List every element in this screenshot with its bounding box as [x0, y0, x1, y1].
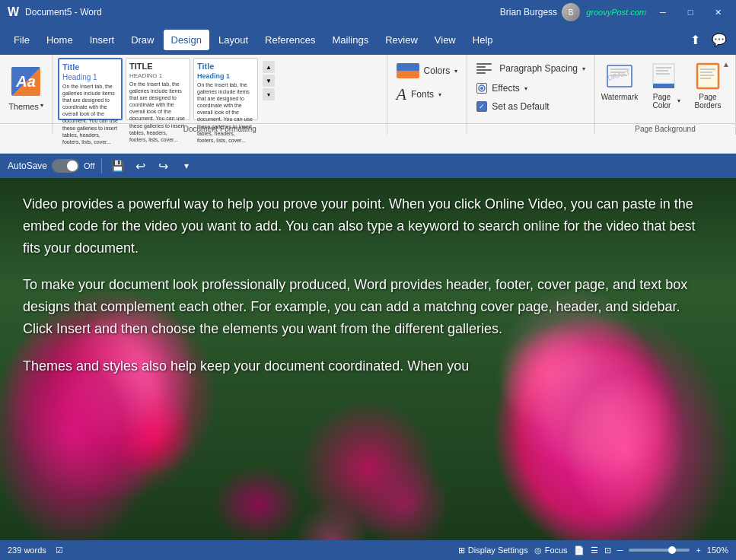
toggle-state-label: Off — [84, 161, 94, 170]
paragraph-spacing-button[interactable]: Paragraph Spacing ▾ — [472, 59, 590, 78]
maximize-button[interactable]: □ — [680, 2, 701, 23]
scroll-arrows: ▲ ▼ ▾ — [261, 58, 276, 103]
close-button[interactable]: ✕ — [707, 2, 728, 23]
comments-icon[interactable]: 💬 — [709, 29, 730, 50]
thumb1-heading: Heading 1 — [62, 73, 118, 81]
scroll-down-button[interactable]: ▼ — [263, 75, 275, 87]
autosave-area: AutoSave Off — [8, 159, 95, 173]
share-icon[interactable]: ⬆ — [684, 29, 706, 50]
watermark: groovyPost.com — [586, 8, 646, 17]
focus-icon: ◎ — [534, 546, 542, 555]
zoom-slider[interactable] — [629, 549, 690, 552]
doc-format-thumb-1[interactable]: Title Heading 1 On the Insert tab, the g… — [58, 58, 123, 120]
menu-insert[interactable]: Insert — [82, 30, 123, 50]
title-bar: W Document5 - Word Brian Burgess B groov… — [0, 0, 736, 24]
document-paragraph-1: Video provides a powerful way to help yo… — [23, 193, 713, 259]
svg-rect-13 — [700, 68, 715, 70]
menu-home[interactable]: Home — [39, 30, 81, 50]
avatar: B — [562, 3, 580, 21]
print-layout-symbol: 📄 — [574, 546, 585, 555]
zoom-level[interactable]: 150% — [707, 546, 728, 555]
display-settings-button[interactable]: ⊞ Display Settings — [458, 546, 528, 555]
autosave-label: AutoSave — [8, 161, 47, 171]
thumb2-body: On the Insert tab, the galleries include… — [129, 81, 186, 143]
fonts-letter-icon: A — [397, 84, 406, 104]
word-count-label: 239 words — [8, 546, 46, 555]
focus-button[interactable]: ◎ Focus — [534, 546, 568, 555]
themes-icon: Aa — [11, 67, 40, 96]
menu-layout[interactable]: Layout — [211, 30, 256, 50]
menu-right-actions: ⬆ 💬 — [684, 29, 730, 50]
fonts-button[interactable]: A Fonts ▾ — [392, 82, 463, 107]
para-effects-section-label — [467, 123, 594, 133]
colors-fonts-section: Colors ▾ A Fonts ▾ — [387, 55, 468, 135]
themes-dropdown-icon: ▾ — [40, 102, 43, 109]
scroll-up-button[interactable]: ▲ — [263, 61, 275, 73]
menu-help[interactable]: Help — [465, 30, 501, 50]
customize-qa-button[interactable]: ▾ — [177, 156, 196, 176]
read-mode-symbol: ☰ — [591, 546, 598, 555]
menu-file[interactable]: File — [6, 30, 37, 50]
effects-label: Effects — [492, 83, 519, 94]
themes-button[interactable]: Aa Themes ▾ — [5, 58, 47, 120]
svg-rect-4 — [610, 68, 629, 70]
colors-button[interactable]: Colors ▾ — [392, 61, 463, 81]
document-text-area[interactable]: Video provides a powerful way to help yo… — [0, 178, 736, 408]
page-borders-icon — [693, 61, 723, 91]
menu-review[interactable]: Review — [378, 30, 425, 50]
document-paragraph-3: Themes and styles also help keep your do… — [23, 355, 713, 377]
menu-references[interactable]: References — [257, 30, 323, 50]
title-bar-left: W Document5 - Word — [8, 5, 102, 19]
doc-format-thumb-3[interactable]: Title Heading 1 On the Insert tab, the g… — [193, 58, 258, 120]
colors-swatch-icon — [397, 63, 419, 78]
svg-rect-8 — [653, 84, 674, 88]
menu-design[interactable]: Design — [164, 30, 209, 50]
thumb3-body: On the Insert tab, the galleries include… — [197, 81, 254, 144]
zoom-out-button[interactable]: ─ — [617, 546, 623, 555]
proofing-icon[interactable]: ☑ — [56, 546, 63, 555]
themes-section-label — [0, 123, 53, 133]
para-effects-section: Paragraph Spacing ▾ Effects ▾ ✓ Set as D… — [467, 55, 595, 135]
colors-fonts-section-label — [387, 123, 467, 133]
document-paragraph-2: To make your document look professionall… — [23, 274, 713, 339]
para-spacing-dropdown-icon: ▾ — [582, 65, 585, 72]
zoom-percent-label: 150% — [707, 546, 728, 555]
minimize-button[interactable]: ─ — [652, 2, 674, 23]
display-settings-icon: ⊞ — [458, 546, 465, 555]
menu-mailings[interactable]: Mailings — [325, 30, 377, 50]
read-mode-icon[interactable]: ☰ — [591, 546, 598, 555]
fonts-label: Fonts — [411, 89, 434, 100]
themes-label: Themes — [8, 102, 39, 111]
menu-view[interactable]: View — [427, 30, 464, 50]
web-layout-icon[interactable]: ⊡ — [604, 546, 611, 555]
toggle-knob — [67, 161, 78, 171]
word-icon: W — [8, 5, 19, 19]
undo-button[interactable]: ↩ — [131, 156, 151, 176]
page-background-section: DRAFT Watermark — [595, 55, 736, 135]
menu-draw[interactable]: Draw — [123, 30, 161, 50]
scroll-expand-button[interactable]: ▾ — [263, 88, 275, 100]
svg-rect-11 — [656, 73, 670, 75]
word-count[interactable]: 239 words — [8, 546, 46, 555]
autosave-toggle[interactable] — [52, 159, 79, 173]
zoom-thumb — [668, 546, 676, 554]
set-default-button[interactable]: ✓ Set as Default — [472, 99, 553, 114]
save-button[interactable]: 💾 — [108, 156, 128, 176]
effects-button[interactable]: Effects ▾ — [472, 81, 531, 96]
zoom-in-button[interactable]: + — [696, 546, 700, 555]
svg-rect-6 — [610, 75, 627, 76]
thumb1-body: On the Insert tab, the galleries include… — [62, 83, 118, 145]
watermark-button[interactable]: DRAFT Watermark — [600, 58, 639, 104]
effects-checkbox-icon — [476, 83, 487, 94]
toolbar-separator — [101, 158, 102, 173]
thumb3-heading: Heading 1 — [197, 72, 254, 80]
web-layout-symbol: ⊡ — [604, 546, 611, 555]
effects-dropdown-icon: ▾ — [524, 85, 527, 92]
page-color-button[interactable]: Page Color ▾ — [644, 58, 683, 113]
doc-format-thumb-2[interactable]: TITLE Heading 1 On the Insert tab, the g… — [126, 58, 190, 120]
redo-button[interactable]: ↪ — [154, 156, 174, 176]
watermark-icon: DRAFT — [604, 61, 635, 91]
print-layout-icon[interactable]: 📄 — [574, 546, 585, 555]
ribbon-collapse-button[interactable]: ▲ — [720, 58, 732, 70]
page-borders-label: Page Borders — [691, 93, 725, 110]
